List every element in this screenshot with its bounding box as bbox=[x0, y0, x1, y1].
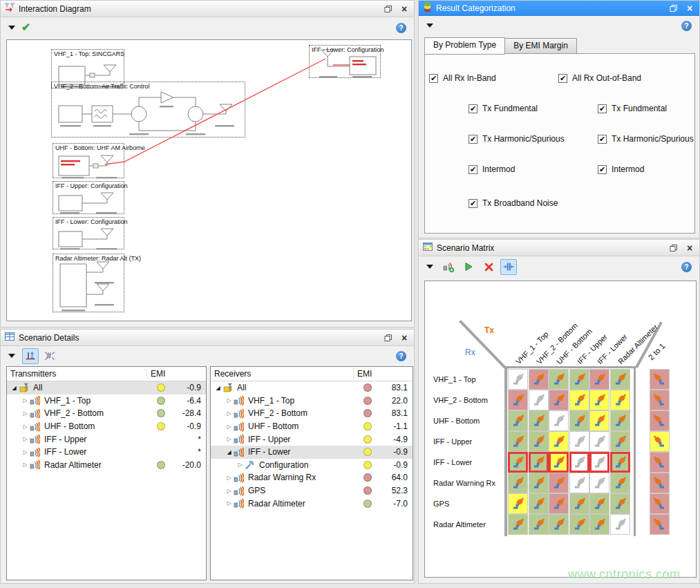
tree-row-iff-upper[interactable]: ▷ IFF - Upper * bbox=[7, 433, 206, 446]
matrix-cell[interactable] bbox=[589, 473, 609, 493]
plot-view-toggle[interactable] bbox=[22, 348, 39, 364]
matrix-cell[interactable] bbox=[549, 452, 569, 473]
interaction-diagram-canvas[interactable]: VHF_1 - Top: SINCGARS VHF_2 - Bottom: Ai… bbox=[6, 39, 412, 321]
expand-arrow-icon[interactable]: ▷ bbox=[21, 436, 30, 442]
matrix-cell[interactable] bbox=[549, 390, 569, 410]
checkbox[interactable]: ✔ bbox=[598, 165, 607, 174]
matrix-cell[interactable] bbox=[610, 493, 630, 514]
matrix-cell-2to1[interactable] bbox=[650, 410, 670, 431]
expand-arrow-icon[interactable]: ▷ bbox=[21, 449, 30, 455]
matrix-cell[interactable] bbox=[508, 390, 528, 410]
tree-row-vhf-2-bottom[interactable]: ▷ VHF_2 - Bottom -28.4 bbox=[7, 407, 206, 420]
checkbox[interactable]: ✔ bbox=[469, 165, 477, 174]
help-button[interactable]: ? bbox=[396, 23, 406, 33]
close-window-button[interactable]: × bbox=[683, 2, 696, 14]
numeric-view-button[interactable]: # bbox=[41, 348, 58, 364]
matrix-cell-2to1[interactable] bbox=[650, 431, 670, 452]
matrix-cell[interactable] bbox=[549, 493, 569, 514]
matrix-cell-2to1[interactable] bbox=[650, 390, 670, 410]
expand-arrow-icon[interactable]: ▷ bbox=[225, 424, 234, 430]
matrix-cell[interactable] bbox=[589, 390, 609, 410]
receivers-table-header[interactable]: Receivers EMI bbox=[211, 367, 413, 381]
matrix-cell[interactable] bbox=[549, 514, 569, 535]
tree-row-vhf-1-top[interactable]: ▷ VHF_1 - Top -6.4 bbox=[7, 395, 206, 408]
panel-menu-dropdown-icon[interactable] bbox=[8, 26, 15, 30]
transmitters-table-header[interactable]: Transmitters EMI bbox=[7, 367, 206, 381]
scenario-details-titlebar[interactable]: Scenario Details × bbox=[1, 330, 414, 346]
collapse-arrow-icon[interactable]: ◢ bbox=[225, 449, 234, 455]
matrix-cell[interactable] bbox=[508, 514, 528, 535]
matrix-cell[interactable] bbox=[589, 452, 609, 473]
tree-row-configuration[interactable]: ▷ Configuration -0.9 bbox=[211, 459, 413, 472]
checkbox-tx-harmonic-spurious-outband[interactable]: ✔Tx Harmonic/Spurious bbox=[598, 134, 694, 144]
diagram-block-iff-lower[interactable]: IFF - Lower: Configuration bbox=[53, 217, 124, 249]
tree-row-all[interactable]: ◢ All 83.1 bbox=[211, 381, 413, 395]
float-window-button[interactable] bbox=[382, 3, 395, 15]
matrix-cell[interactable] bbox=[529, 473, 549, 493]
tree-row-iff-upper[interactable]: ▷ IFF - Upper -4.9 bbox=[211, 433, 413, 446]
checkbox[interactable]: ✔ bbox=[469, 199, 477, 208]
tree-row-iff-lower[interactable]: ▷ IFF - Lower * bbox=[7, 446, 206, 459]
tree-row-radar-altimeter[interactable]: ▷ Radar Altimeter -20.0 bbox=[7, 459, 206, 472]
matrix-cell[interactable] bbox=[508, 410, 528, 431]
expand-arrow-icon[interactable]: ▷ bbox=[225, 500, 234, 506]
help-button[interactable]: ? bbox=[681, 21, 692, 31]
matrix-cell[interactable] bbox=[508, 452, 528, 473]
matrix-cell[interactable] bbox=[610, 369, 630, 390]
scenario-matrix-canvas[interactable]: Tx Rx 2 to 1VHF_1 - TopVHF_2 - BottomUHF… bbox=[424, 281, 697, 578]
matrix-cell[interactable] bbox=[569, 493, 589, 514]
tree-row-iff-lower[interactable]: ◢ IFF - Lower -0.9 bbox=[211, 446, 413, 459]
matrix-cell[interactable] bbox=[610, 431, 630, 452]
matrix-cell[interactable] bbox=[508, 369, 528, 390]
diagram-block-radar-altimeter[interactable]: Radar Altimeter: Radar Alt (TX) bbox=[53, 254, 124, 312]
matrix-cell[interactable] bbox=[610, 410, 630, 431]
expand-arrow-icon[interactable]: ▷ bbox=[21, 410, 30, 417]
tab-by-problem-type[interactable]: By Problem Type bbox=[424, 37, 505, 55]
matrix-cell[interactable] bbox=[610, 514, 630, 535]
receivers-table[interactable]: Receivers EMI ◢ All 83.1 ▷ VHF_1 - Top 2… bbox=[210, 366, 413, 580]
matrix-cell[interactable] bbox=[569, 390, 589, 410]
matrix-cell-2to1[interactable] bbox=[650, 473, 670, 493]
float-window-button[interactable] bbox=[668, 242, 680, 254]
diagram-block-iff-lower-detail[interactable]: IFF - Lower: Configuration bbox=[309, 45, 381, 78]
checkbox[interactable]: ✔ bbox=[598, 135, 607, 144]
expand-arrow-icon[interactable]: ▷ bbox=[21, 424, 30, 430]
close-window-button[interactable]: × bbox=[398, 332, 410, 343]
matrix-cell[interactable] bbox=[529, 410, 549, 431]
matrix-cell[interactable] bbox=[610, 473, 630, 493]
matrix-cell[interactable] bbox=[508, 493, 528, 514]
checkbox[interactable]: ✔ bbox=[469, 104, 477, 113]
diagram-block-iff-upper[interactable]: IFF - Upper: Configuration bbox=[53, 181, 124, 214]
matrix-cell[interactable] bbox=[569, 410, 589, 431]
checkbox[interactable]: ✔ bbox=[469, 135, 477, 144]
matrix-cell[interactable] bbox=[610, 390, 630, 410]
transmitters-table[interactable]: Transmitters EMI ◢ All -0.9 ▷ VHF_1 - To… bbox=[6, 366, 207, 580]
checkbox-tx-fundmental-inband[interactable]: ✔Tx Fundmental bbox=[469, 104, 538, 113]
panel-menu-dropdown-icon[interactable] bbox=[8, 354, 15, 358]
matrix-cell[interactable] bbox=[529, 514, 549, 535]
panel-menu-dropdown-icon[interactable] bbox=[426, 23, 433, 28]
diagram-block-uhf-bottom[interactable]: UHF - Bottom: UHF AM Airborne bbox=[53, 143, 124, 178]
matrix-cell[interactable] bbox=[549, 369, 569, 390]
split-view-toggle[interactable] bbox=[500, 259, 517, 275]
tree-row-all[interactable]: ◢ All -0.9 bbox=[7, 381, 206, 395]
matrix-cell[interactable] bbox=[508, 431, 528, 452]
diagram-block-vhf2-bottom[interactable]: VHF_2 - Bottom: Air Traffic Control bbox=[51, 82, 245, 137]
matrix-cell-2to1[interactable] bbox=[650, 514, 670, 535]
tree-row-radar-warning-rx[interactable]: ▷ Radar Warning Rx 64.0 bbox=[211, 471, 413, 484]
matrix-cell[interactable] bbox=[529, 493, 549, 514]
tree-row-uhf-bottom[interactable]: ▷ UHF - Bottom -0.9 bbox=[7, 420, 206, 433]
expand-arrow-icon[interactable]: ▷ bbox=[21, 397, 30, 404]
checkbox-all-rx-out-of-band[interactable]: ✔All Rx Out-of-Band bbox=[558, 73, 641, 83]
checkbox-tx-harmonic-spurious-inband[interactable]: ✔Tx Harmonic/Spurious bbox=[469, 134, 565, 144]
expand-arrow-icon[interactable]: ▷ bbox=[225, 410, 234, 417]
panel-menu-dropdown-icon[interactable] bbox=[426, 265, 433, 269]
close-window-button[interactable]: × bbox=[398, 3, 410, 15]
checkbox-intermod-outband[interactable]: ✔Intermod bbox=[598, 164, 644, 174]
add-radio-button[interactable] bbox=[440, 259, 457, 275]
matrix-cell[interactable] bbox=[549, 410, 569, 431]
tree-row-vhf-2-bottom[interactable]: ▷ VHF_2 - Bottom 83.1 bbox=[211, 407, 413, 420]
matrix-cell-2to1[interactable] bbox=[650, 493, 670, 514]
checkbox-all-rx-in-band[interactable]: ✔All Rx In-Band bbox=[429, 73, 496, 83]
matrix-cell[interactable] bbox=[529, 369, 549, 390]
